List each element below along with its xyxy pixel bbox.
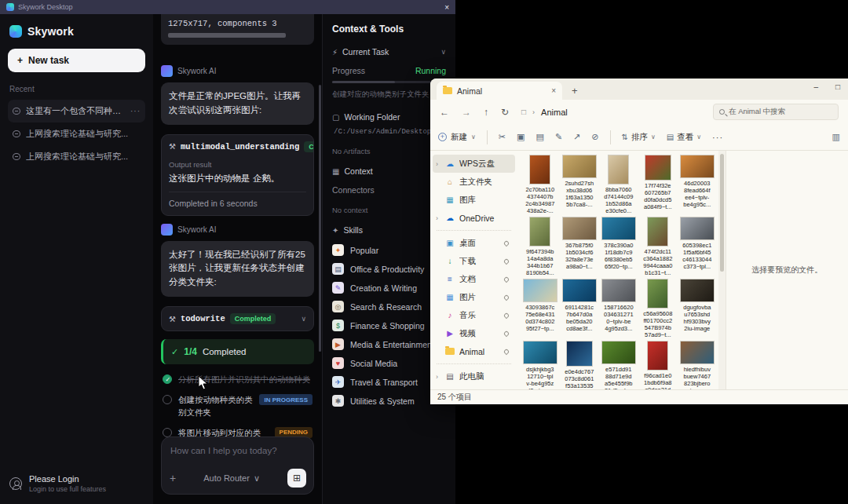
file-item[interactable]: 367b875f0 1b5034cf6 32fa8e73e a98a0~t... <box>560 217 599 276</box>
skill-item[interactable]: $Finance & Shopping <box>332 320 446 331</box>
recent-task-item[interactable]: 上网搜索理论基础与研究... <box>8 145 145 168</box>
close-icon[interactable]: × <box>444 3 449 12</box>
sidebar-item-图片[interactable]: ▦图片 <box>433 288 515 306</box>
file-item[interactable]: 474f2dc11 c364a1882 9944caaa0 b1c31~t... <box>638 217 678 276</box>
file-item[interactable]: 378c390a0 1f18db7c9 6f8380eb5 65f20~tp..… <box>599 217 638 276</box>
sidebar-item-此电脑[interactable]: ›▤此电脑 <box>433 367 515 385</box>
share-icon[interactable]: ↗ <box>573 132 580 142</box>
sidebar-item-音乐[interactable]: ♪音乐 <box>433 306 515 324</box>
paste-icon[interactable]: ▤ <box>535 132 543 142</box>
file-name: 367b875f0 1b5034cf6 32fa8e73e a98a0~t... <box>565 242 593 270</box>
file-item[interactable]: 69114281c 7b647d0a be05da20 cd8ae3f... <box>560 279 599 338</box>
chat-input[interactable]: How can I help you today? + Auto Router … <box>161 436 314 495</box>
sidebar-item-图库[interactable]: ▦图库 <box>433 191 515 209</box>
preview-pane-toggle[interactable]: ▥ <box>832 132 840 142</box>
copy-icon[interactable]: ▣ <box>517 132 525 142</box>
up-button[interactable]: ↑ <box>484 107 488 118</box>
social-media-icon: ♥ <box>332 357 344 369</box>
view-button[interactable]: ▤ 查看 ∨ <box>667 132 701 143</box>
current-task-row[interactable]: ⚡ Current Task ∨ <box>332 47 446 57</box>
new-task-button[interactable]: + New task <box>8 49 145 72</box>
skill-item[interactable]: ▶Media & Entertainment <box>332 338 446 350</box>
file-item[interactable]: dgugfovba u7653shd hf9303bvy 2iu-image <box>678 279 717 338</box>
pin-icon <box>503 294 510 300</box>
explorer-tab-animal[interactable]: Animal × <box>437 82 562 100</box>
file-item[interactable]: 158716620 034631271 0~tplv-be 4g95zd3... <box>599 279 638 338</box>
back-button[interactable]: ← <box>440 107 449 118</box>
login-subtitle: Login to use full features <box>29 485 106 493</box>
more-options-button[interactable]: ··· <box>712 133 723 142</box>
file-item[interactable]: 8bba7060 d74144c09 1b52d86a e30cfe0... <box>599 155 638 214</box>
new-task-label: New task <box>28 55 69 66</box>
new-tab-button[interactable]: + <box>572 85 578 100</box>
file-thumbnail <box>680 217 715 240</box>
forward-button[interactable]: → <box>462 107 471 118</box>
skills-icon: ✦ <box>332 226 338 235</box>
chevron-down-icon[interactable]: ∨ <box>301 315 306 323</box>
file-thumbnail <box>680 279 715 302</box>
file-item[interactable]: hiedfhibuv buew7467 823bjbero -image <box>678 341 717 389</box>
sidebar-item-网络[interactable]: ›⊕网络 <box>433 385 515 389</box>
send-icon: ⊞ <box>293 473 301 484</box>
minimize-button[interactable]: – <box>813 82 818 91</box>
sort-button[interactable]: ⇅ 排序 ∨ <box>622 132 656 143</box>
tool-call-card[interactable]: ⚒ multimodal_understanding Complete Outp… <box>161 134 314 216</box>
file-item[interactable]: dsjkhjkbg3 12710~tpl v-be4g95z d3a-ima..… <box>521 341 560 389</box>
sidebar-item-桌面[interactable]: ▣桌面 <box>433 234 515 252</box>
skill-item[interactable]: ✦Popular <box>332 244 446 256</box>
skill-item[interactable]: ✈Travel & Transport <box>332 376 446 388</box>
file-item[interactable]: 43093867c 75e68e431 0d374c802 95f27~tp..… <box>521 279 560 338</box>
refresh-button[interactable]: ↻ <box>501 107 509 118</box>
file-item[interactable]: 2c70ba110 4374407b 2c4b34987 438a2e-... <box>521 155 560 214</box>
skill-item[interactable]: ♥Social Media <box>332 357 446 369</box>
file-item[interactable]: e571dd91 88d71e9d a5e455f9b 31d5eab... <box>599 341 638 389</box>
wrench-icon: ⚒ <box>169 142 176 151</box>
more-icon[interactable]: ··· <box>130 107 141 115</box>
skill-item[interactable]: ◎Search & Research <box>332 301 446 312</box>
file-item[interactable]: c56a95608 ff01700cc2 547B974b 57ad9~t... <box>638 279 678 338</box>
breadcrumb-folder[interactable]: Animal <box>541 108 568 117</box>
file-name: 158716620 034631271 0~tplv-be 4g95zd3... <box>604 304 634 332</box>
breadcrumb[interactable]: □ › Animal <box>521 108 700 117</box>
rename-icon[interactable]: ✎ <box>555 132 562 142</box>
todowrite-card[interactable]: ⚒ todowrite Completed ∨ <box>161 306 314 331</box>
sidebar-item-animal[interactable]: Animal <box>433 342 515 360</box>
chevron-right-icon[interactable]: › <box>436 214 438 222</box>
send-button[interactable]: ⊞ <box>287 469 306 488</box>
current-task-label: Current Task <box>342 47 389 57</box>
login-area[interactable]: Please Login Login to use full features <box>8 469 145 498</box>
chevron-right-icon[interactable]: › <box>436 373 438 381</box>
sidebar-item-文档[interactable]: ≡文档 <box>433 270 515 288</box>
chevron-right-icon[interactable]: › <box>436 160 438 168</box>
file-item[interactable]: 46d20003 8fead664f ee4~tplv- be4g95c... <box>678 155 717 214</box>
file-item[interactable]: 9f647394b 14a4a8da 344b1b67 8190b54... <box>521 217 560 276</box>
file-item[interactable]: 605398ec1 1f5af6bf45 c46133044 c373~tpl.… <box>678 217 717 276</box>
delete-icon[interactable]: ⊘ <box>591 132 598 142</box>
tab-close-icon[interactable]: × <box>551 86 556 95</box>
file-item[interactable]: 2suhd27sh xbu38d06 1f63a1350 5b7ca8-... <box>560 155 599 214</box>
sidebar-item-onedrive[interactable]: ›☁OneDrive <box>433 209 515 227</box>
sidebar-item-下载[interactable]: ↓下载 <box>433 252 515 270</box>
skill-item[interactable]: ▤Office & Productivity <box>332 263 446 275</box>
recent-task-item[interactable]: 这里有一个包含不同种类...··· <box>8 100 145 122</box>
file-item[interactable]: 17f74f32e 607265b7 d0fa0dcd5 a084f9~t... <box>638 155 678 214</box>
skill-item[interactable]: ✱Utilities & System <box>332 395 446 407</box>
file-item[interactable]: e0e4dc767 073c8d061 f53a13535 b7ca8~t... <box>560 341 599 389</box>
attach-plus-icon[interactable]: + <box>170 472 176 484</box>
maximize-button[interactable]: □ <box>835 82 840 91</box>
search-input[interactable]: 在 Animal 中搜索 <box>713 104 839 120</box>
sidebar-item-视频[interactable]: ▶视频 <box>433 324 515 342</box>
preview-pane: 选择要预览的文件。 <box>726 151 848 389</box>
grid-scrollbar[interactable] <box>718 151 726 389</box>
file-item[interactable]: f96cad1e0 1bdb6f9a8 c0dea21d 793b92~... <box>638 341 678 389</box>
new-button[interactable]: + 新建 ∨ <box>438 132 476 143</box>
sidebar-item-主文件夹[interactable]: ⌂主文件夹 <box>433 173 515 191</box>
recent-task-item[interactable]: 上网搜索理论基础与研究... <box>8 122 145 145</box>
model-router-dropdown[interactable]: Auto Router ∨ <box>203 473 260 484</box>
context-row[interactable]: ▦ Context <box>332 166 446 176</box>
skill-item[interactable]: ✎Creation & Writing <box>332 282 446 294</box>
cut-icon[interactable]: ✂ <box>499 132 506 142</box>
sidebar-item-wps云盘[interactable]: ›☁WPS云盘 <box>433 155 515 173</box>
chat-scrollbar[interactable] <box>319 85 321 352</box>
item-count: 25 个项目 <box>437 392 472 403</box>
